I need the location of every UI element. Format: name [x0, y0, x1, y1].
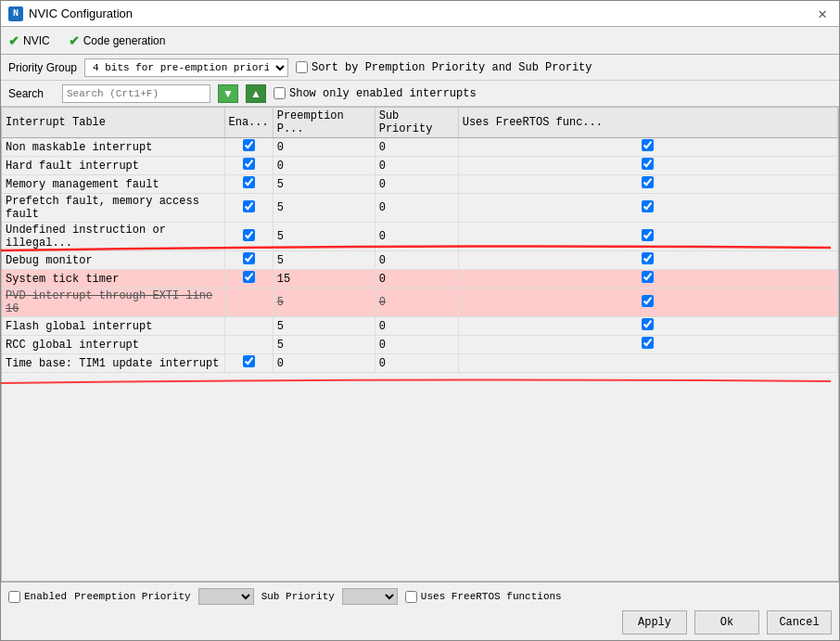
- bottom-bar: Enabled Preemption Priority Sub Priority…: [1, 582, 839, 640]
- search-next-button[interactable]: ▼: [218, 84, 238, 103]
- interrupt-enabled[interactable]: [224, 317, 273, 336]
- window-title: NVIC Configuration: [29, 6, 133, 20]
- interrupt-sub-priority: 0: [375, 194, 458, 223]
- toolbar-row: Priority Group 4 bits for pre-emption pr…: [1, 55, 839, 81]
- table-row[interactable]: Flash global interrupt50: [2, 317, 838, 336]
- search-prev-button[interactable]: ▲: [246, 84, 266, 103]
- bottom-buttons: Apply Ok Cancel: [8, 610, 832, 635]
- priority-group-label: Priority Group: [8, 61, 77, 74]
- show-enabled-label: Show only enabled interrupts: [289, 87, 477, 100]
- bottom-sub-label: Sub Priority: [261, 591, 335, 602]
- table-row[interactable]: Non maskable interrupt00: [2, 138, 838, 157]
- bottom-sub-select[interactable]: [342, 588, 398, 605]
- interrupt-table: Interrupt Table Ena... Preemption P... S…: [2, 108, 838, 373]
- sort-checkbox[interactable]: [296, 61, 308, 73]
- nvic-icon: N: [8, 6, 23, 21]
- interrupt-enabled[interactable]: [224, 354, 273, 373]
- bottom-enabled-label: Enabled: [24, 591, 67, 602]
- interrupt-name: PVD interrupt through EXTI line 16: [2, 288, 224, 317]
- interrupt-name: Debug monitor: [2, 251, 224, 270]
- table-row[interactable]: Undefined instruction or illegal...50: [2, 223, 838, 251]
- bottom-enabled-wrap: Enabled: [8, 591, 67, 603]
- interrupt-preemption: 5: [273, 251, 375, 270]
- table-row[interactable]: Memory management fault50: [2, 175, 838, 194]
- table-row[interactable]: Time base: TIM1 update interrupt00: [2, 354, 838, 373]
- tab-code-generation[interactable]: ✔ Code generation: [69, 33, 166, 48]
- interrupt-enabled[interactable]: [224, 270, 273, 288]
- interrupt-uses-freertos: [458, 194, 837, 223]
- table-row[interactable]: Hard fault interrupt00: [2, 157, 838, 175]
- interrupt-sub-priority: 0: [375, 270, 458, 288]
- interrupt-enabled[interactable]: [224, 336, 273, 354]
- ok-button[interactable]: Ok: [694, 610, 759, 635]
- search-input[interactable]: [62, 84, 210, 103]
- table-row[interactable]: Prefetch fault, memory access fault50: [2, 194, 838, 223]
- interrupt-sub-priority: 0: [375, 336, 458, 354]
- interrupt-sub-priority: 0: [375, 138, 458, 157]
- interrupt-preemption: 5: [273, 175, 375, 194]
- interrupt-preemption: 0: [273, 157, 375, 175]
- interrupt-preemption: 0: [273, 354, 375, 373]
- apply-button[interactable]: Apply: [622, 610, 687, 635]
- interrupt-preemption: 5: [273, 288, 375, 317]
- interrupt-preemption: 5: [273, 317, 375, 336]
- interrupt-uses-freertos: [458, 157, 837, 175]
- interrupt-uses-freertos: [458, 223, 837, 251]
- table-row[interactable]: PVD interrupt through EXTI line 1650: [2, 288, 838, 317]
- bottom-preemption-select[interactable]: [198, 588, 254, 605]
- tab-nvic[interactable]: ✔ NVIC: [8, 33, 50, 48]
- sort-label: Sort by Premption Priority and Sub Prori…: [312, 61, 592, 74]
- bottom-uses-wrap: Uses FreeRTOS functions: [405, 591, 562, 603]
- sort-checkbox-wrap: Sort by Premption Priority and Sub Prori…: [296, 61, 592, 74]
- title-bar-left: N NVIC Configuration: [8, 6, 133, 21]
- interrupt-enabled[interactable]: [224, 138, 273, 157]
- bottom-uses-checkbox[interactable]: [405, 591, 417, 603]
- table-row[interactable]: RCC global interrupt50: [2, 336, 838, 354]
- interrupt-uses-freertos: [458, 175, 837, 194]
- table-row[interactable]: Debug monitor50: [2, 251, 838, 270]
- interrupt-name: Memory management fault: [2, 175, 224, 194]
- show-enabled-wrap: Show only enabled interrupts: [274, 87, 477, 100]
- interrupt-name: Time base: TIM1 update interrupt: [2, 354, 224, 373]
- interrupt-preemption: 5: [273, 336, 375, 354]
- col-header-preemption: Preemption P...: [273, 108, 375, 138]
- interrupt-name: Prefetch fault, memory access fault: [2, 194, 224, 223]
- tab-nvic-label: NVIC: [23, 34, 50, 47]
- interrupt-enabled[interactable]: [224, 251, 273, 270]
- priority-group-select[interactable]: 4 bits for pre-emption priority...: [84, 58, 288, 77]
- table-row[interactable]: System tick timer150: [2, 270, 838, 288]
- interrupt-uses-freertos: [458, 336, 837, 354]
- interrupt-name: Hard fault interrupt: [2, 157, 224, 175]
- interrupt-name: RCC global interrupt: [2, 336, 224, 354]
- main-content: Interrupt Table Ena... Preemption P... S…: [1, 107, 839, 582]
- col-header-uses: Uses FreeRTOS func...: [458, 108, 837, 138]
- bottom-controls: Enabled Preemption Priority Sub Priority…: [8, 588, 832, 605]
- tabs-bar: ✔ NVIC ✔ Code generation: [1, 27, 839, 55]
- table-wrapper: Interrupt Table Ena... Preemption P... S…: [1, 107, 839, 582]
- interrupt-sub-priority: 0: [375, 317, 458, 336]
- interrupt-name: Non maskable interrupt: [2, 138, 224, 157]
- close-button[interactable]: ✕: [813, 5, 832, 23]
- interrupt-enabled[interactable]: [224, 223, 273, 251]
- title-bar: N NVIC Configuration ✕: [1, 1, 839, 27]
- interrupt-enabled[interactable]: [224, 194, 273, 223]
- interrupt-preemption: 15: [273, 270, 375, 288]
- interrupt-sub-priority: 0: [375, 175, 458, 194]
- interrupt-sub-priority: 0: [375, 288, 458, 317]
- bottom-preemption-label: Preemption Priority: [74, 591, 190, 602]
- show-enabled-checkbox[interactable]: [274, 87, 286, 99]
- interrupt-uses-freertos: [458, 354, 837, 373]
- interrupt-sub-priority: 0: [375, 354, 458, 373]
- interrupt-enabled[interactable]: [224, 288, 273, 317]
- interrupt-enabled[interactable]: [224, 157, 273, 175]
- tab-code-generation-label: Code generation: [83, 34, 166, 47]
- bottom-enabled-checkbox[interactable]: [8, 591, 20, 603]
- interrupt-enabled[interactable]: [224, 175, 273, 194]
- nvic-check-icon: ✔: [8, 33, 19, 48]
- cancel-button[interactable]: Cancel: [767, 610, 832, 635]
- interrupt-uses-freertos: [458, 317, 837, 336]
- interrupt-sub-priority: 0: [375, 251, 458, 270]
- interrupt-name: Flash global interrupt: [2, 317, 224, 336]
- search-label: Search: [8, 87, 55, 100]
- interrupt-name: Undefined instruction or illegal...: [2, 223, 224, 251]
